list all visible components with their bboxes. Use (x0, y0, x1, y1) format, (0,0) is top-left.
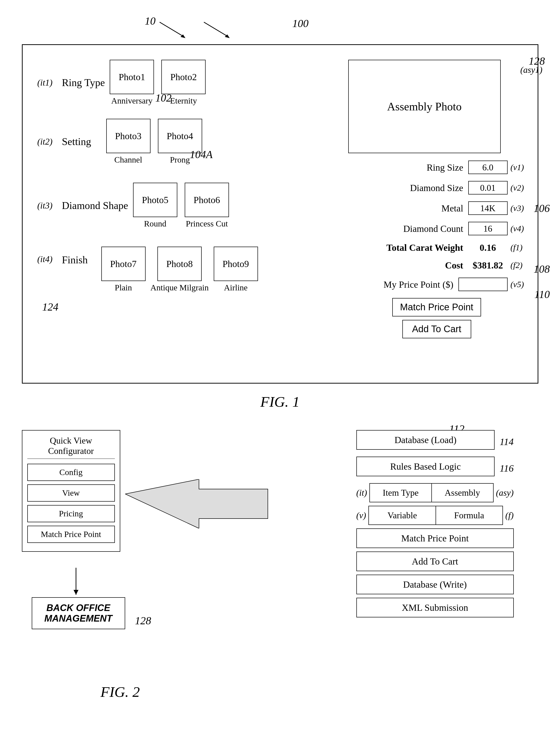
photo1-box: Photo1 (110, 60, 154, 94)
back-office-box: BACK OFFICE MANAGEMENT (32, 597, 125, 629)
ref-104: 104A (190, 148, 213, 161)
fig1-label: FIG. 1 (260, 394, 300, 410)
photo9-box: Photo9 (214, 247, 258, 281)
ref-106: 106 (534, 202, 550, 214)
photo3-caption: Channel (114, 155, 142, 165)
assembly-button[interactable]: Assembly (432, 483, 494, 502)
xml-submission-row: XML Submission (356, 598, 514, 618)
ref-114: 114 (500, 436, 513, 448)
ref-116: 116 (500, 462, 513, 474)
f-label: (f) (505, 510, 514, 520)
ref-128-fig2: 128 (135, 614, 151, 627)
ref-108: 108 (534, 263, 550, 276)
photo5-text: Photo5 (142, 195, 168, 205)
price-point-label: My Price Point ($) (348, 279, 453, 290)
photo3-box: Photo3 (106, 119, 150, 153)
match-price-right-button[interactable]: Match Price Point (356, 528, 514, 548)
item-group-it4: (it4) Finish Photo7 Plain Photo8 Antique… (37, 247, 258, 292)
svg-line-0 (160, 22, 184, 37)
ring-size-value: 6.0 (468, 161, 508, 174)
finish-label: Finish (62, 247, 96, 266)
db-write-row: Database (Write) (356, 575, 514, 594)
match-price-point-left-button[interactable]: Match Price Point (27, 526, 115, 543)
diamond-count-label: Diamond Count (348, 223, 463, 234)
variable-button[interactable]: Variable (368, 506, 436, 525)
photo8-box: Photo8 (158, 247, 202, 281)
right-system-area: Database (Load) 114 Rules Based Logic 11… (356, 430, 514, 621)
fig2-label-area: FIG. 2 (101, 684, 140, 700)
ring-type-label: Ring Type (62, 77, 105, 88)
cost-value: $381.82 (468, 260, 508, 271)
diamond-count-value: 16 (468, 222, 508, 235)
photo1-text: Photo1 (118, 71, 145, 82)
photo7-text: Photo7 (110, 258, 137, 269)
arrow-10 (135, 15, 307, 44)
add-cart-right-row: Add To Cart (356, 551, 514, 571)
item-group-it1: (it1) Ring Type Photo1 Anniversary Photo… (37, 60, 206, 106)
assembly-photo-area: Assembly Photo (asy1) (348, 60, 525, 153)
photo5-box: Photo5 (133, 183, 177, 217)
item-type-button[interactable]: Item Type (369, 483, 431, 502)
item-group-it3: (it3) Diamond Shape Photo5 Round Photo6 … (37, 183, 229, 228)
database-load-button[interactable]: Database (Load) (356, 430, 495, 450)
photo7-group: Photo7 Plain (101, 247, 146, 292)
it-label: (it) (356, 488, 367, 498)
photo1-caption: Anniversary (111, 96, 152, 106)
page: 10 100 (it1) Ring Type Photo1 Annivers (0, 0, 560, 746)
db-load-row: Database (Load) 114 (356, 430, 514, 453)
total-carat-row: Total Carat Weight 0.16 (f1) (348, 242, 525, 253)
cost-label: Cost (348, 260, 463, 271)
photo6-group: Photo6 Princess Cut (185, 183, 229, 228)
photo9-group: Photo9 Airline (214, 247, 258, 292)
photo3-group: Photo3 Channel (106, 119, 150, 165)
ref-128-fig1: 128 (529, 55, 545, 67)
config-button[interactable]: Config (27, 464, 115, 481)
ref-124: 124 (42, 301, 59, 313)
match-price-point-button[interactable]: Match Price Point (392, 298, 481, 316)
database-write-button[interactable]: Database (Write) (356, 575, 514, 594)
photo4-box: Photo4 (158, 119, 202, 153)
add-to-cart-button[interactable]: Add To Cart (402, 320, 471, 338)
it2-label: (it2) (37, 137, 57, 147)
photo4-caption: Prong (170, 155, 190, 165)
asy-label: (asy) (496, 488, 514, 498)
photo7-caption: Plain (115, 283, 132, 292)
svg-marker-4 (125, 479, 268, 528)
photo2-box: Photo2 (161, 60, 205, 94)
diamond-size-row: Diamond Size 0.01 (v2) (348, 181, 525, 195)
xml-submission-button[interactable]: XML Submission (356, 598, 514, 618)
price-point-input[interactable] (458, 278, 508, 291)
back-office-label: BACK OFFICE MANAGEMENT (44, 603, 112, 624)
metal-value: 14K (468, 201, 508, 215)
it4-label: (it4) (37, 247, 57, 264)
right-panel: Assembly Photo (asy1) 128 Ring Size 6.0 … (348, 60, 525, 342)
match-price-btn-row: Match Price Point (348, 298, 525, 316)
photo4-text: Photo4 (167, 131, 193, 141)
rules-based-row: Rules Based Logic 116 (356, 457, 514, 480)
ref-110: 110 (534, 288, 550, 301)
view-button[interactable]: View (27, 484, 115, 501)
ref-102: 102 (156, 92, 172, 104)
photo7-box: Photo7 (101, 247, 146, 281)
cost-row: Cost $381.82 (f2) (348, 260, 525, 271)
ring-size-label: Ring Size (348, 162, 463, 173)
item-type-assembly-row: (it) Item Type Assembly (asy) (356, 483, 514, 502)
photo2-caption: Eternity (170, 96, 197, 106)
add-to-cart-right-button[interactable]: Add To Cart (356, 551, 514, 571)
rules-based-logic-button[interactable]: Rules Based Logic (356, 457, 495, 476)
it3-label: (it3) (37, 200, 57, 211)
photo6-box: Photo6 (185, 183, 229, 217)
photo5-caption: Round (144, 219, 167, 228)
metal-label: Metal (348, 203, 463, 214)
photo8-text: Photo8 (166, 258, 193, 269)
photo8-caption: Antique Milgrain (150, 283, 209, 292)
price-point-ref: (v5) (510, 280, 525, 289)
add-to-cart-btn-row: Add To Cart (348, 320, 525, 338)
formula-button[interactable]: Formula (436, 506, 503, 525)
photo6-text: Photo6 (194, 195, 220, 205)
it1-label: (it1) (37, 78, 57, 88)
it2-photos: Photo3 Channel Photo4 Prong (106, 119, 202, 165)
photo9-caption: Airline (224, 283, 247, 292)
pricing-button[interactable]: Pricing (27, 505, 115, 522)
photo9-text: Photo9 (223, 258, 249, 269)
